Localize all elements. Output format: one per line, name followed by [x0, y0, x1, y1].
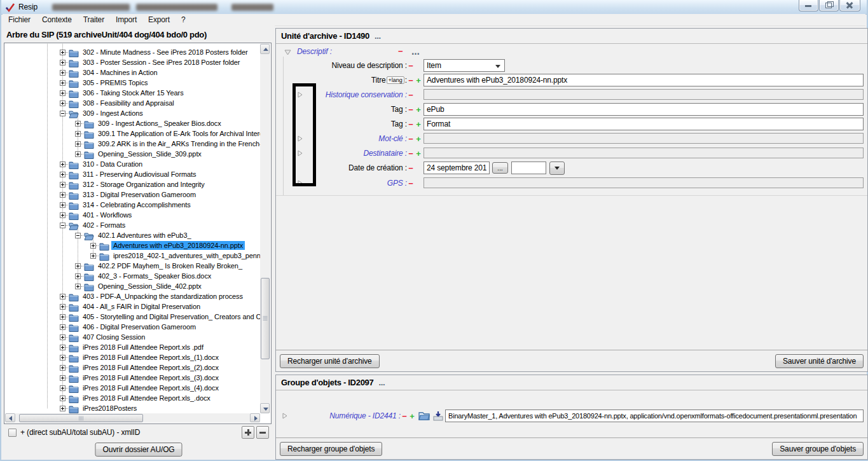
tree-item-label[interactable]: 309 - Ingest Actions [81, 109, 145, 118]
tree-item-label[interactable]: Adventures with ePub3_20180924-nn.pptx [111, 241, 245, 250]
remove-field-button[interactable]: − [408, 61, 413, 71]
vertical-scrollbar[interactable] [260, 44, 270, 413]
expand-icon[interactable] [75, 121, 81, 127]
expand-icon[interactable] [60, 314, 65, 320]
expand-icon[interactable] [75, 273, 81, 279]
menu-item-traiter[interactable]: Traiter [78, 15, 110, 25]
add-field-button[interactable]: + [416, 134, 420, 144]
tree-item[interactable]: iPres 2018 Full Attendee Report.xls_(3).… [5, 373, 260, 383]
remove-field-button[interactable]: − [408, 163, 413, 173]
menu-item-fichier[interactable]: Fichier [3, 15, 36, 25]
tree-item[interactable]: iPres2018Posters [5, 403, 260, 413]
gps-field[interactable] [424, 177, 864, 188]
expand-icon[interactable] [60, 385, 65, 391]
expand-icon[interactable] [60, 375, 65, 381]
scroll-left-button[interactable] [5, 413, 15, 422]
tree-item-label[interactable]: 303 - Poster Session - See iPres 2018 Po… [81, 58, 242, 67]
collapse-icon[interactable] [60, 223, 65, 228]
binary-object-input[interactable] [445, 409, 864, 422]
tree-item[interactable]: 308 - Feasibility and Appraisal [5, 98, 260, 108]
remove-field-button[interactable]: − [408, 90, 413, 100]
expand-icon[interactable] [75, 141, 81, 147]
add-lang-button[interactable]: +lang [387, 76, 404, 84]
tree-item-label[interactable]: 309.1 The Application of E-Ark Tools for… [96, 129, 260, 138]
expand-icon[interactable] [60, 355, 65, 361]
expand-all-button[interactable] [242, 426, 254, 439]
expand-icon[interactable] [75, 284, 81, 289]
tree-item[interactable]: iPres 2018 Full Attendee Report.xls_.doc… [5, 393, 260, 403]
tree-item-label[interactable]: 402.2 PDF Mayhem_ Is Broken Really Broke… [96, 261, 244, 270]
historique-field[interactable] [424, 89, 864, 100]
remove-field-button[interactable]: − [408, 105, 413, 114]
collapse-all-button[interactable] [256, 426, 269, 439]
expand-icon[interactable] [60, 334, 65, 340]
menu-item-help[interactable]: ? [176, 15, 191, 25]
tree-item-label[interactable]: Opening_Session_Slide_402.pptx [96, 282, 203, 291]
expand-icon[interactable] [60, 406, 65, 411]
tree-item-label[interactable]: 402_3 - Formats_ Speaker Bios.docx [96, 272, 213, 280]
expand-icon[interactable] [60, 396, 65, 401]
add-field-button[interactable]: + [410, 411, 414, 421]
reload-object-group-button[interactable]: Recharger groupe d'objets [280, 442, 382, 456]
tree-item[interactable]: 313 - Digital Preservation Gameroom [5, 189, 260, 200]
tree-item-label[interactable]: iPres 2018 Full Attendee Report.xls_(2).… [81, 363, 221, 372]
remove-field-button[interactable]: − [408, 149, 413, 158]
scroll-right-button[interactable] [250, 413, 260, 422]
export-object-button[interactable] [432, 411, 444, 421]
expand-icon[interactable] [90, 253, 96, 259]
horizontal-scrollbar[interactable] [5, 413, 260, 423]
expand-icon[interactable] [60, 70, 65, 76]
tree-item[interactable]: 309 - Ingest Actions_ Speaker Bios.docx [5, 118, 260, 128]
expand-icon[interactable] [60, 172, 65, 177]
tree-item[interactable]: iPres 2018 Full Attendee Report.xls_(2).… [5, 362, 260, 373]
tree-item-label[interactable]: 401 - Workflows [81, 210, 134, 219]
tree-item[interactable]: 401 - Workflows [5, 210, 260, 220]
expand-arrow-icon[interactable] [282, 413, 287, 419]
tree-item[interactable]: 406 - Digital Preservation Gameroom [5, 322, 260, 332]
expand-icon[interactable] [60, 324, 65, 330]
reload-archive-unit-button[interactable]: Recharger unité d'archive [280, 354, 380, 368]
mot-cle-field[interactable] [424, 133, 864, 144]
tree-item-label[interactable]: iPres 2018 Full Attendee Report.xls_.doc… [81, 394, 212, 403]
collapse-triangle-icon[interactable] [284, 50, 291, 55]
tree-item[interactable]: 402_3 - Formats_ Speaker Bios.docx [5, 271, 260, 281]
close-button[interactable] [839, 0, 860, 11]
remove-field-button[interactable]: − [408, 134, 413, 144]
expand-icon[interactable] [60, 294, 65, 299]
tag-input-2[interactable] [424, 118, 864, 130]
menu-item-export[interactable]: Export [142, 15, 176, 25]
tree-item-label[interactable]: 311 - Preserving Audiovisual Formats [81, 170, 198, 179]
vertical-scrollbar-thumb[interactable] [261, 278, 270, 359]
tree-item[interactable]: 303 - Poster Session - See iPres 2018 Po… [5, 57, 260, 67]
tree-item-label[interactable]: 314 - Celebrating Accomplishments [81, 200, 193, 209]
expand-icon[interactable] [60, 304, 65, 310]
tree-item-label[interactable]: 406 - Digital Preservation Gameroom [81, 322, 198, 331]
tree-item[interactable]: 314 - Celebrating Accomplishments [5, 200, 260, 210]
expand-icon[interactable] [60, 182, 65, 188]
tree-item[interactable]: Opening_Session_Slide_402.pptx [5, 281, 260, 291]
tree-item[interactable]: 304 - Machines in Action [5, 67, 260, 78]
tree-item-label[interactable]: 302 - Minute Madness - See iPres 2018 Po… [81, 48, 250, 57]
expand-icon[interactable] [60, 50, 65, 55]
archive-unit-more-button[interactable]: ... [375, 31, 381, 41]
expand-icon[interactable] [60, 60, 65, 65]
tree-item-label[interactable]: 402 - Formats [81, 221, 127, 230]
remove-field-button[interactable]: − [402, 411, 406, 421]
tag-input-1[interactable] [424, 103, 864, 116]
tree-item[interactable]: 305 - PREMIS Topics [5, 78, 260, 88]
remove-field-button[interactable]: − [408, 76, 413, 85]
tree-item[interactable]: 404 - All_s FAIR in Digital Preservation [5, 301, 260, 312]
tree-item-label[interactable]: 309 - Ingest Actions_ Speaker Bios.docx [96, 119, 223, 128]
open-object-folder-button[interactable] [418, 411, 430, 421]
tree-item-label[interactable]: 305 - PREMIS Topics [81, 78, 149, 87]
date-extra-input[interactable] [511, 162, 546, 174]
tree-item-label[interactable]: 304 - Machines in Action [81, 68, 159, 77]
tree-item-label[interactable]: 404 - All_s FAIR in Digital Preservation [81, 302, 202, 311]
add-field-button[interactable]: + [416, 149, 420, 158]
tree-item[interactable]: 402.2 PDF Mayhem_ Is Broken Really Broke… [5, 261, 260, 271]
tree-item[interactable]: Adventures with ePub3_20180924-nn.pptx [5, 240, 260, 251]
tree-item-label[interactable]: 407 Closing Session [81, 333, 147, 341]
titre-input[interactable] [424, 74, 864, 86]
tree-item[interactable]: 306 - Taking Stock After 15 Years [5, 88, 260, 98]
niveau-select[interactable]: Item [424, 59, 505, 72]
